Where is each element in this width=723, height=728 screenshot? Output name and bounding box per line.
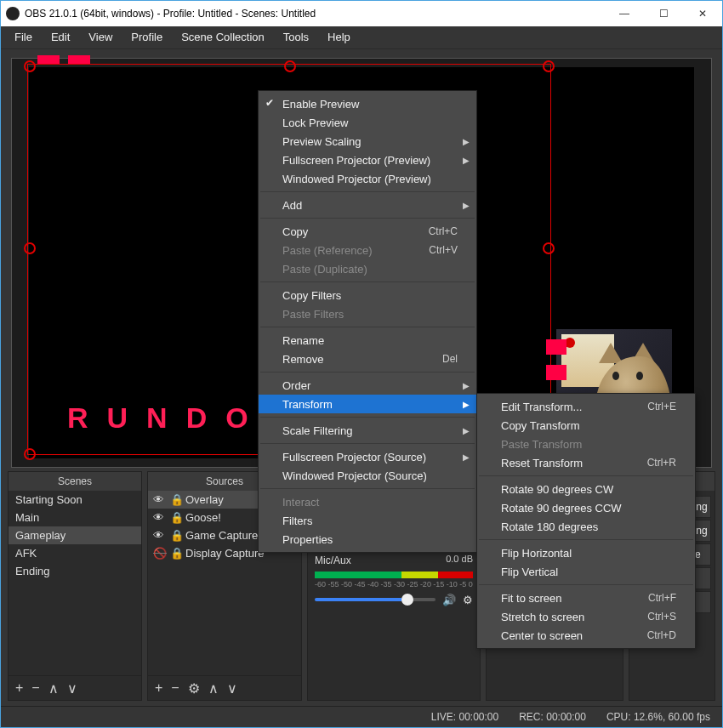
menu-shortcut: Del [442,353,458,365]
menu-profile[interactable]: Profile [122,27,171,47]
menu-item-edit-transform-[interactable]: Edit Transform...Ctrl+E [477,397,695,416]
menu-item-copy-transform[interactable]: Copy Transform [477,416,695,435]
menu-view[interactable]: View [80,27,121,47]
status-rec: REC: 00:00:00 [519,711,586,723]
scene-up-button[interactable]: ∧ [48,680,59,697]
menu-item-flip-vertical[interactable]: Flip Vertical [477,562,695,581]
visibility-toggle-icon[interactable]: 🚫 [153,547,165,560]
menu-file[interactable]: File [6,27,41,47]
gear-icon[interactable]: ⚙ [463,594,473,606]
app-icon [6,7,20,20]
add-source-button[interactable]: + [155,680,162,696]
menu-item-transform[interactable]: Transform▶ [259,395,476,413]
menu-item-paste-reference-: Paste (Reference)Ctrl+V [259,241,476,259]
menu-item-rotate-90-degrees-ccw[interactable]: Rotate 90 degrees CCW [477,498,695,517]
submenu-arrow-icon: ▶ [463,426,470,435]
source-up-button[interactable]: ∧ [208,680,219,697]
transform-submenu[interactable]: Edit Transform...Ctrl+ECopy TransformPas… [476,393,696,649]
menu-scene-collection[interactable]: Scene Collection [173,27,273,47]
menu-item-flip-horizontal[interactable]: Flip Horizontal [477,543,695,562]
scene-item[interactable]: Gameplay [9,526,141,544]
menu-item-preview-scaling[interactable]: Preview Scaling▶ [259,132,476,151]
speaker-icon[interactable]: 🔊 [442,594,456,606]
menu-item-label: Rename [282,334,324,347]
submenu-arrow-icon: ▶ [463,400,470,409]
menu-item-label: Paste Transform [501,438,582,451]
decoration [546,339,566,355]
menu-item-windowed-projector-source-[interactable]: Windowed Projector (Source) [259,466,476,485]
source-down-button[interactable]: ∨ [227,680,237,697]
menu-item-center-to-screen[interactable]: Center to screenCtrl+D [477,626,695,645]
menu-shortcut: Ctrl+R [647,457,676,469]
source-properties-button[interactable]: ⚙ [188,680,200,697]
volume-slider[interactable] [315,598,436,601]
menu-item-stretch-to-screen[interactable]: Stretch to screenCtrl+S [477,607,695,626]
lock-icon[interactable]: 🔒 [170,511,180,524]
menubar: FileEditViewProfileScene CollectionTools… [1,26,722,49]
menu-item-label: Reset Transform [501,457,583,469]
menu-item-add[interactable]: Add▶ [259,196,476,214]
visibility-toggle-icon[interactable]: 👁 [153,493,165,506]
menu-item-enable-preview[interactable]: ✔Enable Preview [259,94,476,113]
menu-item-label: Windowed Projector (Preview) [282,173,431,185]
menu-item-copy[interactable]: CopyCtrl+C [259,222,476,241]
menu-item-rotate-180-degrees[interactable]: Rotate 180 degrees [477,517,695,536]
selection-handle[interactable] [543,242,555,254]
scene-item[interactable]: Main [9,509,141,526]
menu-item-label: Remove [282,353,323,366]
menu-tools[interactable]: Tools [275,27,317,47]
lock-icon[interactable]: 🔒 [170,547,180,560]
maximize-button[interactable]: ☐ [644,1,683,26]
scene-item[interactable]: AFK [9,544,141,562]
app-window: OBS 21.0.1 (64bit, windows) - Profile: U… [0,0,723,728]
menu-item-filters[interactable]: Filters [259,511,476,530]
selection-handle[interactable] [284,60,296,72]
menu-item-rename[interactable]: Rename [259,331,476,350]
remove-source-button[interactable]: − [171,680,179,696]
scene-item[interactable]: Starting Soon [9,491,141,509]
menu-item-reset-transform[interactable]: Reset TransformCtrl+R [477,453,695,472]
lock-icon[interactable]: 🔒 [170,529,180,542]
selection-handle[interactable] [543,60,555,72]
source-name: Overlay [185,493,224,506]
menu-item-label: Edit Transform... [501,401,582,413]
selection-handle[interactable] [24,60,36,72]
submenu-arrow-icon: ▶ [463,156,470,165]
menu-item-remove[interactable]: RemoveDel [259,350,476,368]
menu-item-fullscreen-projector-preview-[interactable]: Fullscreen Projector (Preview)▶ [259,151,476,169]
scene-item[interactable]: Ending [9,562,141,580]
selection-handle[interactable] [24,242,36,254]
remove-scene-button[interactable]: − [31,680,39,696]
menu-item-label: Fullscreen Projector (Preview) [282,154,430,167]
menu-item-fullscreen-projector-source-[interactable]: Fullscreen Projector (Source)▶ [259,447,476,466]
channel-db: 0.0 dB [446,554,473,564]
menu-item-rotate-90-degrees-cw[interactable]: Rotate 90 degrees CW [477,480,695,498]
menu-item-scale-filtering[interactable]: Scale Filtering▶ [259,421,476,440]
visibility-toggle-icon[interactable]: 👁 [153,529,165,542]
menu-help[interactable]: Help [319,27,359,47]
menu-item-lock-preview[interactable]: Lock Preview [259,113,476,132]
selection-handle[interactable] [24,448,36,460]
panel-header: Scenes [9,472,141,491]
close-button[interactable]: ✕ [683,1,722,26]
scenes-list[interactable]: Starting SoonMainGameplayAFKEnding [9,491,141,675]
source-name: Display Capture [185,547,265,560]
lock-icon[interactable]: 🔒 [170,493,180,506]
menu-item-label: Interact [282,496,319,509]
menu-item-properties[interactable]: Properties [259,530,476,549]
context-menu[interactable]: ✔Enable PreviewLock PreviewPreview Scali… [258,90,477,553]
scene-down-button[interactable]: ∨ [67,680,77,697]
menu-shortcut: Ctrl+S [647,611,676,623]
menu-item-fit-to-screen[interactable]: Fit to screenCtrl+F [477,589,695,607]
menu-item-windowed-projector-preview-[interactable]: Windowed Projector (Preview) [259,169,476,188]
menu-separator [260,218,475,219]
visibility-toggle-icon[interactable]: 👁 [153,511,165,524]
add-scene-button[interactable]: + [15,680,23,696]
menu-edit[interactable]: Edit [43,27,78,47]
menu-item-label: Fullscreen Projector (Source) [282,451,426,464]
menu-item-paste-duplicate-: Paste (Duplicate) [259,259,476,278]
minimize-button[interactable]: — [605,1,644,26]
menu-item-copy-filters[interactable]: Copy Filters [259,286,476,304]
menu-item-order[interactable]: Order▶ [259,376,476,395]
menu-item-label: Rotate 90 degrees CCW [501,502,622,515]
